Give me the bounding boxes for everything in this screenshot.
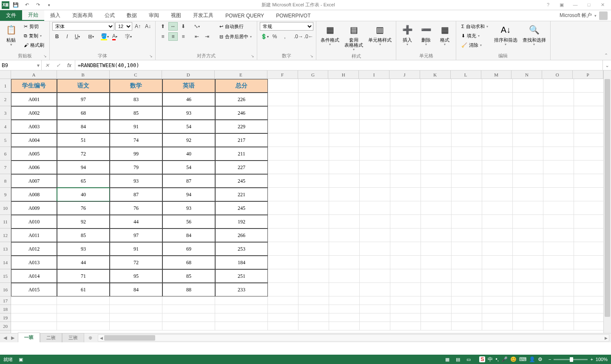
cut-button[interactable]: ✂剪切 xyxy=(21,22,47,31)
select-all-corner[interactable] xyxy=(0,71,11,79)
cell-F1[interactable] xyxy=(268,79,298,93)
cell-F20[interactable] xyxy=(268,322,298,330)
cell-E16[interactable]: 233 xyxy=(215,283,268,296)
cell-E13[interactable]: 253 xyxy=(215,242,268,256)
cell-D4[interactable]: 54 xyxy=(162,120,215,133)
column-header-F[interactable]: F xyxy=(267,71,298,79)
cell-D12[interactable]: 84 xyxy=(162,229,215,242)
cell-O15[interactable] xyxy=(543,269,574,283)
cell-B18[interactable] xyxy=(57,305,110,313)
cell-M6[interactable] xyxy=(482,147,513,161)
cell-P4[interactable] xyxy=(574,120,603,133)
tab-power-query[interactable]: POWER QUERY xyxy=(219,10,270,21)
column-header-D[interactable]: D xyxy=(162,71,215,79)
name-box-dropdown-icon[interactable]: ▾ xyxy=(37,62,40,68)
cell-K11[interactable] xyxy=(421,215,452,229)
cell-N18[interactable] xyxy=(513,305,543,313)
sheet-tab-1[interactable]: 一班 xyxy=(18,333,40,342)
cell-L15[interactable] xyxy=(452,269,482,283)
cell-C9[interactable]: 87 xyxy=(110,188,162,201)
ime-punct-icon[interactable]: •, xyxy=(495,356,499,362)
column-header-G[interactable]: G xyxy=(298,71,329,79)
page-break-view-button[interactable]: ▭ xyxy=(464,357,473,362)
ime-smiley-icon[interactable]: 😊 xyxy=(510,356,517,362)
cell-E10[interactable]: 245 xyxy=(215,201,268,215)
align-center-button[interactable]: ≡ xyxy=(168,32,178,41)
cell-I19[interactable] xyxy=(360,313,390,322)
tab-page-layout[interactable]: 页面布局 xyxy=(66,10,99,21)
cell-I3[interactable] xyxy=(360,106,390,120)
cell-M11[interactable] xyxy=(482,215,513,229)
cell-L16[interactable] xyxy=(452,283,482,296)
cell-K19[interactable] xyxy=(421,313,452,322)
cell-I20[interactable] xyxy=(360,322,390,330)
sheet-nav-prev-icon[interactable]: ◀ xyxy=(3,335,7,341)
cell-C18[interactable] xyxy=(110,305,162,313)
cell-P9[interactable] xyxy=(574,188,603,201)
merge-center-button[interactable]: ⊟合并后居中▾ xyxy=(217,32,254,41)
cell-O2[interactable] xyxy=(543,93,574,106)
cell-E1[interactable]: 总分 xyxy=(215,79,268,93)
ime-lang-icon[interactable]: 中 xyxy=(488,356,493,363)
cell-C10[interactable]: 76 xyxy=(110,201,162,215)
cell-K1[interactable] xyxy=(421,79,452,93)
column-header-J[interactable]: J xyxy=(389,71,420,79)
cell-I2[interactable] xyxy=(360,93,390,106)
cell-C20[interactable] xyxy=(110,322,162,330)
redo-button[interactable]: ↷ xyxy=(33,1,43,9)
ime-mic-icon[interactable]: 🎤 xyxy=(501,356,508,362)
column-header-E[interactable]: E xyxy=(215,71,267,79)
cell-K8[interactable] xyxy=(421,174,452,188)
row-header-1[interactable]: 1 xyxy=(0,79,11,93)
cell-M12[interactable] xyxy=(482,229,513,242)
cell-L6[interactable] xyxy=(452,147,482,161)
cell-G20[interactable] xyxy=(298,322,329,330)
cell-D8[interactable]: 87 xyxy=(162,174,215,188)
ime-settings-icon[interactable]: ⚙ xyxy=(538,356,543,362)
cell-H19[interactable] xyxy=(329,313,360,322)
row-header-11[interactable]: 11 xyxy=(0,215,11,229)
cell-N14[interactable] xyxy=(513,256,543,269)
align-left-button[interactable]: ≡ xyxy=(158,32,168,41)
cell-D13[interactable]: 69 xyxy=(162,242,215,256)
font-color-button[interactable]: A▾ xyxy=(110,32,119,41)
underline-button[interactable]: U▾ xyxy=(73,32,82,41)
cell-K3[interactable] xyxy=(421,106,452,120)
cell-G12[interactable] xyxy=(298,229,329,242)
cell-G1[interactable] xyxy=(298,79,329,93)
cell-F2[interactable] xyxy=(268,93,298,106)
cell-M18[interactable] xyxy=(482,305,513,313)
decrease-decimal-button[interactable]: .0← xyxy=(304,32,313,41)
cell-A1[interactable]: 学生编号 xyxy=(11,79,57,93)
cell-L18[interactable] xyxy=(452,305,482,313)
cell-F3[interactable] xyxy=(268,106,298,120)
cell-H5[interactable] xyxy=(329,133,360,147)
row-header-17[interactable]: 17 xyxy=(0,296,11,305)
cell-F4[interactable] xyxy=(268,120,298,133)
cell-F12[interactable] xyxy=(268,229,298,242)
cell-J13[interactable] xyxy=(390,242,421,256)
cell-I15[interactable] xyxy=(360,269,390,283)
cell-O11[interactable] xyxy=(543,215,574,229)
cell-H13[interactable] xyxy=(329,242,360,256)
sheet-tab-3[interactable]: 三班 xyxy=(62,333,84,342)
autosum-button[interactable]: Σ自动求和▾ xyxy=(459,22,491,31)
cell-J1[interactable] xyxy=(390,79,421,93)
cell-J3[interactable] xyxy=(390,106,421,120)
cell-M19[interactable] xyxy=(482,313,513,322)
cell-reference-input[interactable] xyxy=(2,62,31,68)
cell-P1[interactable] xyxy=(574,79,603,93)
minimize-button[interactable]: — xyxy=(570,2,580,8)
table-format-button[interactable]: ▤套用 表格格式▾ xyxy=(343,22,365,52)
conditional-format-button[interactable]: ▦条件格式▾ xyxy=(319,22,341,47)
cell-M8[interactable] xyxy=(482,174,513,188)
clipboard-launcher-icon[interactable]: ↘ xyxy=(43,54,48,59)
cell-J4[interactable] xyxy=(390,120,421,133)
cell-B12[interactable]: 85 xyxy=(57,229,110,242)
cell-B6[interactable]: 72 xyxy=(57,147,110,161)
cell-C16[interactable]: 84 xyxy=(110,283,162,296)
cell-H3[interactable] xyxy=(329,106,360,120)
cell-O5[interactable] xyxy=(543,133,574,147)
cell-F8[interactable] xyxy=(268,174,298,188)
cell-D6[interactable]: 40 xyxy=(162,147,215,161)
